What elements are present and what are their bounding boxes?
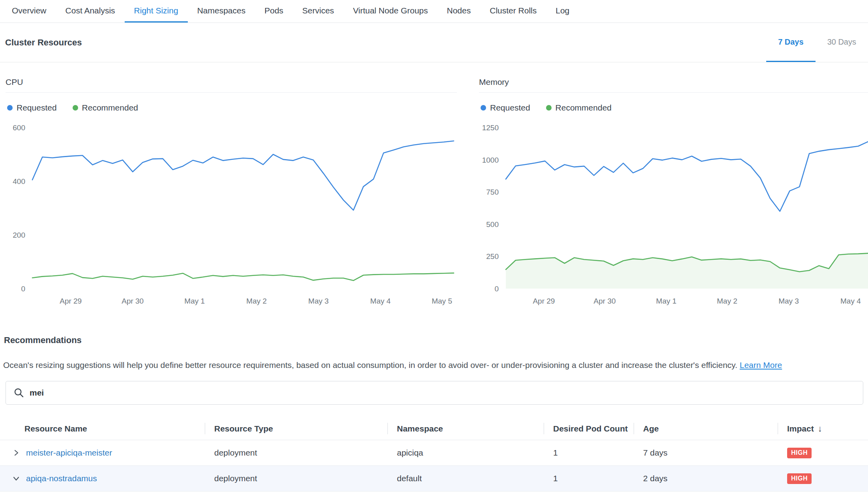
table-row: meister-apiciqa-meister deployment apici… (0, 440, 868, 466)
legend-requested-label: Requested (490, 103, 530, 113)
svg-text:750: 750 (486, 188, 499, 196)
table-header-row: Resource Name Resource Type Namespace De… (0, 417, 868, 440)
tab-cost-analysis[interactable]: Cost Analysis (56, 0, 125, 23)
svg-text:May 3: May 3 (778, 297, 799, 305)
cell-namespace: default (387, 474, 544, 483)
recommendations-table: Resource Name Resource Type Namespace De… (0, 417, 868, 491)
cell-desired-pod-count: 1 (544, 448, 634, 458)
svg-text:May 1: May 1 (656, 297, 677, 305)
sort-descending-icon[interactable]: ↓ (818, 424, 822, 434)
legend-requested: Requested (7, 103, 57, 113)
recommendations-description-text: Ocean's resizing suggestions will help y… (3, 360, 737, 370)
search-input[interactable] (30, 388, 855, 398)
memory-chart-title: Memory (479, 77, 868, 93)
top-tabbar: Overview Cost Analysis Right Sizing Name… (0, 0, 868, 23)
legend-requested: Requested (481, 103, 530, 113)
search-icon (14, 388, 24, 398)
svg-text:May 1: May 1 (184, 297, 205, 305)
tab-pods[interactable]: Pods (255, 0, 293, 23)
expand-chevron-right-icon[interactable] (12, 448, 21, 457)
cell-resource-type: deployment (205, 474, 387, 483)
tab-namespaces[interactable]: Namespaces (188, 0, 255, 23)
cpu-chart-title: CPU (6, 77, 457, 93)
svg-text:400: 400 (13, 177, 25, 186)
legend-recommended: Recommended (546, 103, 612, 113)
svg-text:Apr 29: Apr 29 (60, 297, 82, 305)
svg-text:250: 250 (486, 252, 499, 261)
table-row: apiqa-nostradamus deployment default 1 2… (0, 466, 868, 491)
tab-nodes[interactable]: Nodes (438, 0, 481, 23)
svg-text:0: 0 (21, 285, 25, 293)
svg-text:1000: 1000 (482, 156, 499, 164)
collapse-chevron-down-icon[interactable] (12, 474, 21, 483)
cell-age: 2 days (634, 474, 778, 483)
legend-recommended-label: Recommended (82, 103, 138, 113)
legend-recommended-label: Recommended (556, 103, 612, 113)
svg-text:May 2: May 2 (246, 297, 267, 305)
learn-more-link[interactable]: Learn More (740, 360, 782, 370)
tab-overview[interactable]: Overview (2, 0, 56, 23)
col-namespace: Namespace (387, 417, 544, 440)
tab-services[interactable]: Services (293, 0, 344, 23)
resource-name-link[interactable]: apiqa-nostradamus (26, 474, 97, 483)
cpu-chart-legend: Requested Recommended (7, 103, 457, 113)
svg-text:May 3: May 3 (308, 297, 329, 305)
svg-text:May 2: May 2 (717, 297, 737, 305)
range-30-days-button[interactable]: 30 Days (816, 23, 868, 62)
impact-high-badge: HIGH (787, 448, 812, 458)
recommended-dot-icon (546, 105, 552, 111)
svg-text:600: 600 (13, 124, 25, 132)
tab-right-sizing[interactable]: Right Sizing (125, 0, 188, 23)
cluster-resources-title: Cluster Resources (5, 38, 82, 48)
svg-text:Apr 30: Apr 30 (594, 297, 616, 305)
cluster-resources-header: Cluster Resources 7 Days 30 Days (0, 23, 868, 62)
svg-text:Apr 29: Apr 29 (533, 297, 555, 305)
cell-desired-pod-count: 1 (544, 474, 634, 483)
col-resource-type: Resource Type (205, 417, 387, 440)
col-impact[interactable]: Impact ↓ (778, 417, 868, 440)
right-sizing-page: Overview Cost Analysis Right Sizing Name… (0, 0, 868, 499)
svg-text:May 4: May 4 (370, 297, 391, 305)
memory-chart-legend: Requested Recommended (481, 103, 868, 113)
range-7-days-button[interactable]: 7 Days (766, 23, 816, 62)
cpu-chart-panel: CPU Requested Recommended 0200400600Apr … (6, 77, 457, 308)
recommendations-search[interactable] (6, 381, 863, 405)
resource-name-link[interactable]: meister-apiciqa-meister (26, 448, 112, 458)
cell-resource-type: deployment (205, 448, 387, 458)
tab-virtual-node-groups[interactable]: Virtual Node Groups (344, 0, 438, 23)
memory-chart-panel: Memory Requested Recommended 02505007501… (479, 77, 868, 308)
impact-high-badge: HIGH (787, 473, 812, 484)
svg-text:Apr 30: Apr 30 (122, 297, 144, 305)
cell-age: 7 days (634, 448, 778, 458)
cell-namespace: apiciqa (387, 448, 544, 458)
requested-dot-icon (7, 105, 13, 111)
col-age: Age (634, 417, 778, 440)
legend-requested-label: Requested (17, 103, 57, 113)
tab-cluster-rolls[interactable]: Cluster Rolls (480, 0, 546, 23)
memory-line-chart: 025050075010001250Apr 29Apr 30May 1May 2… (479, 118, 868, 308)
svg-text:200: 200 (13, 231, 25, 239)
tab-log[interactable]: Log (546, 0, 579, 23)
recommendations-title: Recommendations (4, 335, 868, 345)
col-desired-pod-count: Desired Pod Count (544, 417, 634, 440)
svg-text:1250: 1250 (482, 124, 499, 132)
svg-text:May 5: May 5 (432, 297, 452, 305)
recommended-dot-icon (73, 105, 78, 111)
legend-recommended: Recommended (73, 103, 138, 113)
svg-text:0: 0 (494, 285, 499, 293)
col-resource-name: Resource Name (0, 417, 205, 440)
time-range-toggle: 7 Days 30 Days (766, 23, 868, 62)
svg-text:500: 500 (486, 220, 499, 229)
recommendations-description: Ocean's resizing suggestions will help y… (3, 360, 862, 371)
svg-text:May 4: May 4 (840, 297, 861, 305)
requested-dot-icon (481, 105, 486, 111)
cpu-line-chart: 0200400600Apr 29Apr 30May 1May 2May 3May… (6, 118, 457, 308)
cluster-charts: CPU Requested Recommended 0200400600Apr … (0, 62, 868, 308)
